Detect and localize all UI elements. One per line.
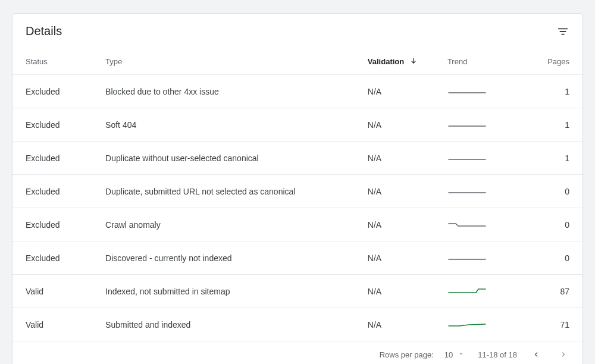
type-cell: Indexed, not submitted in sitemap (92, 275, 355, 308)
trend-cell (434, 175, 514, 208)
details-card: Details Status Type Validation (12, 13, 583, 364)
type-cell: Discovered - currently not indexed (92, 241, 355, 275)
pages-cell: 87 (514, 275, 583, 308)
table-body: ExcludedBlocked due to other 4xx issueN/… (12, 75, 583, 341)
validation-cell: N/A (355, 208, 434, 241)
trend-cell (434, 75, 514, 108)
pages-cell: 71 (514, 308, 583, 341)
card-footer: Rows per page: 10 11-18 of 18 (12, 341, 583, 364)
rows-per-page-value: 10 (444, 350, 453, 359)
trend-sparkline (447, 118, 487, 130)
trend-cell (434, 142, 514, 175)
pages-cell: 1 (514, 108, 583, 142)
arrow-down-icon (410, 57, 417, 66)
chevron-down-icon (458, 350, 465, 359)
table-row[interactable]: ExcludedBlocked due to other 4xx issueN/… (12, 75, 583, 108)
table-row[interactable]: ExcludedCrawl anomalyN/A0 (12, 208, 583, 241)
col-header-type[interactable]: Type (92, 45, 355, 75)
pages-cell: 0 (514, 208, 583, 241)
type-cell: Submitted and indexed (92, 308, 355, 341)
trend-cell (434, 275, 514, 308)
status-cell: Excluded (12, 208, 92, 241)
pages-cell: 1 (514, 142, 583, 175)
validation-cell: N/A (355, 308, 434, 341)
type-cell: Blocked due to other 4xx issue (92, 75, 355, 108)
table-header-row: Status Type Validation Trend Pages (12, 45, 583, 75)
type-cell: Crawl anomaly (92, 208, 355, 241)
trend-cell (434, 241, 514, 275)
col-header-pages[interactable]: Pages (514, 45, 583, 75)
trend-cell (434, 108, 514, 142)
table-row[interactable]: ExcludedDiscovered - currently not index… (12, 241, 583, 275)
type-cell: Duplicate without user-selected canonica… (92, 142, 355, 175)
pages-cell: 0 (514, 241, 583, 275)
trend-cell (434, 208, 514, 241)
filter-icon[interactable] (556, 25, 569, 38)
status-cell: Excluded (12, 175, 92, 208)
card-header: Details (12, 14, 583, 45)
table-row[interactable]: ExcludedSoft 404N/A1 (12, 108, 583, 142)
card-title: Details (26, 24, 62, 38)
type-cell: Soft 404 (92, 108, 355, 142)
pagination-range: 11-18 of 18 (478, 350, 517, 359)
table-row[interactable]: ValidSubmitted and indexedN/A71 (12, 308, 583, 341)
trend-sparkline (447, 284, 487, 296)
status-cell: Valid (12, 308, 92, 341)
rows-per-page-label: Rows per page: (380, 350, 434, 359)
validation-cell: N/A (355, 275, 434, 308)
status-cell: Excluded (12, 108, 92, 142)
status-cell: Valid (12, 275, 92, 308)
col-header-status[interactable]: Status (12, 45, 92, 75)
trend-sparkline (447, 84, 487, 96)
type-cell: Duplicate, submitted URL not selected as… (92, 175, 355, 208)
col-header-trend[interactable]: Trend (434, 45, 514, 75)
pages-cell: 0 (514, 175, 583, 208)
rows-per-page: Rows per page: 10 (380, 350, 465, 359)
trend-cell (434, 308, 514, 341)
details-table: Status Type Validation Trend Pages Exclu… (12, 45, 583, 341)
pages-cell: 1 (514, 75, 583, 108)
validation-cell: N/A (355, 175, 434, 208)
status-cell: Excluded (12, 142, 92, 175)
table-row[interactable]: ExcludedDuplicate, submitted URL not sel… (12, 175, 583, 208)
validation-cell: N/A (355, 108, 434, 142)
validation-cell: N/A (355, 75, 434, 108)
trend-sparkline (447, 218, 487, 230)
pager (530, 349, 569, 360)
validation-cell: N/A (355, 142, 434, 175)
rows-per-page-select[interactable]: 10 (444, 350, 465, 359)
status-cell: Excluded (12, 241, 92, 275)
prev-page-button[interactable] (530, 349, 542, 360)
table-row[interactable]: ValidIndexed, not submitted in sitemapN/… (12, 275, 583, 308)
status-cell: Excluded (12, 75, 92, 108)
validation-cell: N/A (355, 241, 434, 275)
trend-sparkline (447, 251, 487, 263)
col-header-validation[interactable]: Validation (355, 45, 434, 75)
trend-sparkline (447, 318, 487, 330)
next-page-button[interactable] (558, 349, 569, 360)
table-row[interactable]: ExcludedDuplicate without user-selected … (12, 142, 583, 175)
col-header-validation-label: Validation (368, 57, 404, 66)
trend-sparkline (447, 151, 487, 163)
trend-sparkline (447, 184, 487, 196)
